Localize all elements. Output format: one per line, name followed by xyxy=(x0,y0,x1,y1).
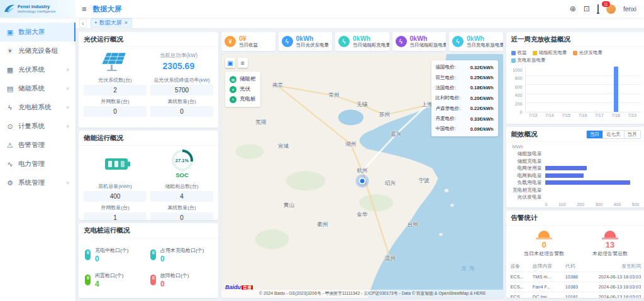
map-attribution: © 2024 Baidu - GS(2023)3206号 - 甲测资字11111… xyxy=(221,290,503,298)
map[interactable]: 南京 常州 无锡 苏州 上海 嘉兴 湖州 杭州 绍兴 宁波 黄山 衢州 xyxy=(221,54,503,298)
weekly-bar xyxy=(591,66,608,112)
logo-icon xyxy=(4,4,15,14)
tab-scroll-left-icon[interactable]: ‹ xyxy=(79,19,87,28)
pv-stat: 离线数量(台) 0 xyxy=(150,98,213,117)
charging-stat: 充电中枪口(个) 0 xyxy=(85,246,147,263)
pv-overview-card: 光伏运行概况 当前总功率(kW) 2305.69 光伏 xyxy=(79,32,218,128)
energy-bar-row: 储能充电量 xyxy=(510,158,640,165)
tab-close-icon[interactable]: × xyxy=(125,19,128,27)
price-row: 法国电价:0.18€/kWh xyxy=(436,83,494,93)
weekly-bar xyxy=(624,66,640,112)
chevron-down-icon: ∨ xyxy=(66,180,69,185)
price-row: 卢森堡电价:0.22€/kWh xyxy=(436,104,494,114)
tab-label: 数据大屏 xyxy=(99,19,122,27)
soc-label: SOC xyxy=(172,172,193,178)
page-title: 数据大屏 xyxy=(93,4,122,14)
sidebar-item[interactable]: ⊙ 计量系统 ∨ xyxy=(0,117,75,136)
app-logo: Fenxi industry technology intelligence xyxy=(0,0,75,18)
notification-badge: 11 xyxy=(602,1,610,7)
alarm-total-count: 13 xyxy=(592,240,628,249)
pv-stat: 光伏系统数(台) 2 xyxy=(84,77,147,96)
legend-marker-icon: ▤ xyxy=(230,76,236,83)
language-icon[interactable]: ⊕ xyxy=(570,4,576,13)
energy-tab[interactable]: 当月 xyxy=(625,131,640,138)
map-list-button[interactable]: ≡ xyxy=(238,58,248,68)
sidebar-item-icon: ϟ xyxy=(6,104,14,111)
alarm-table: 设备 故障内容 代码 发生时间 ECS... TMS m... 10386 20… xyxy=(506,261,644,298)
current-power-label: 当前总功率(kW) xyxy=(160,52,197,60)
alarm-table-row[interactable]: ECS... TMS m... 10386 2024-06-13 16:03:0… xyxy=(511,272,641,282)
energy-tab[interactable]: 近七天 xyxy=(603,131,625,138)
sidebar-item[interactable]: ▦ 光伏系统 ∨ xyxy=(0,60,75,79)
charging-gun-icon xyxy=(85,275,91,285)
menu-collapse-icon[interactable]: ≡ xyxy=(75,4,93,14)
chevron-down-icon: ∨ xyxy=(66,67,69,72)
sidebar-item[interactable]: ⚠ 告警管理 xyxy=(0,136,75,155)
tab-bar: ‹ • 数据大屏 × xyxy=(75,18,644,29)
energy-tab[interactable]: 当日 xyxy=(587,131,603,138)
map-city-label: 嘉兴 xyxy=(391,131,401,138)
storage-stat: 储能柜总数(台) 4 xyxy=(150,183,213,202)
siren-icon xyxy=(538,231,550,238)
price-row: 比利时电价:0.20€/kWh xyxy=(436,93,494,103)
map-city-label: 绍兴 xyxy=(385,180,396,187)
map-city-label: 南京 xyxy=(272,82,283,89)
storage-stat: 离线数量(台) 0 xyxy=(150,204,213,220)
weekly-y-axis: 10008006004002000 xyxy=(511,66,525,112)
weekly-bar xyxy=(558,66,575,112)
alarm-table-row[interactable]: ECS... DC Inp... 10181 2024-06-13 16:03:… xyxy=(511,292,641,298)
alarm-total-block: 13 未处理告警总数 xyxy=(592,231,628,257)
price-row: 荷兰电价:0.25€/kWh xyxy=(436,72,494,82)
sidebar-item[interactable]: ⚙ 系统管理 ∨ xyxy=(0,173,75,192)
username[interactable]: fenxi xyxy=(623,6,636,13)
map-city-label: 宣城 xyxy=(278,143,289,150)
sidebar-item[interactable]: ▤ 储能系统 ∨ xyxy=(0,79,75,98)
map-legend-item[interactable]: ▤ 储能柜 xyxy=(230,74,256,84)
stat-icon: ϟ xyxy=(282,36,293,47)
chart-legend-item[interactable]: 收益 xyxy=(511,50,527,56)
storage-stat: 并网数量(台) 1 xyxy=(84,204,147,220)
weekly-bar xyxy=(608,66,624,112)
legend-swatch xyxy=(511,58,516,63)
card-title: 能效概况 xyxy=(511,130,538,139)
daily-stat-card: ϟ 0kWh 当日光伏发电量 xyxy=(279,32,333,51)
chart-legend-item[interactable]: 光伏发电量 xyxy=(573,50,603,56)
sidebar-item[interactable]: ▣ 数据大屏 xyxy=(0,23,75,41)
storage-stat: 装机容量(kWh) 400 xyxy=(84,183,147,202)
alarm-table-row[interactable]: ECS... Fan4 F... 10383 2024-06-13 16:03:… xyxy=(511,282,641,292)
card-title: 光伏运行概况 xyxy=(84,35,123,44)
map-legend-item[interactable]: ϟ 充电桩 xyxy=(230,94,256,104)
energy-x-axis: 0100200300400500 xyxy=(506,201,644,208)
alarm-today-block: 0 当日未处理告警数 xyxy=(524,231,564,257)
map-location-marker[interactable] xyxy=(358,177,365,184)
energy-bar-row: 负载用电量 xyxy=(510,179,640,187)
pv-stat: 总光伏系统峰值功率(kW) 5700 xyxy=(150,77,213,96)
sidebar-item[interactable]: ϟ 充电桩系统 ∨ xyxy=(0,98,75,117)
charging-stat: 故障枪口(个) 0 xyxy=(150,271,212,288)
sidebar-item-icon: ⚙ xyxy=(6,179,14,187)
sidebar-item-icon: ▣ xyxy=(6,28,14,36)
chart-legend-item[interactable]: 充电桩放电量 xyxy=(511,57,546,63)
alarm-table-header: 设备 故障内容 代码 发生时间 xyxy=(511,261,641,272)
sidebar-item[interactable]: ☀ 光储充设备组 xyxy=(0,41,75,60)
battery-icon xyxy=(104,156,131,172)
map-layer-button[interactable]: ▣ xyxy=(225,58,235,68)
pv-stat: 并网数量(台) 0 xyxy=(84,98,147,117)
fullscreen-icon[interactable]: ⊡ xyxy=(584,4,590,13)
chart-legend-item[interactable]: 储能柜充电量 xyxy=(533,50,567,56)
map-city-label: 湖州 xyxy=(345,141,356,148)
map-city-label: 台州 xyxy=(408,221,418,229)
price-row: 丹麦电价:0.33€/kWh xyxy=(436,114,494,124)
tab-active-dot: • xyxy=(95,19,97,27)
tab-dashboard[interactable]: • 数据大屏 × xyxy=(91,18,132,28)
sidebar-item[interactable]: ∿ 电力管理 xyxy=(0,155,75,173)
price-row: 中国电价:0.09€/kWh xyxy=(436,124,494,134)
energy-bar-row: 储能放电量 xyxy=(510,150,640,158)
current-power-value: 2305.69 xyxy=(160,61,197,71)
card-title: 告警统计 xyxy=(511,214,538,222)
map-city-label: 杭州 xyxy=(357,167,367,175)
notifications-button[interactable]: 11 xyxy=(597,5,599,13)
weekly-bar xyxy=(542,66,558,112)
map-legend-item[interactable]: ☀ 光伏 xyxy=(230,84,256,94)
top-bar: Fenxi industry technology intelligence ≡… xyxy=(0,0,644,18)
